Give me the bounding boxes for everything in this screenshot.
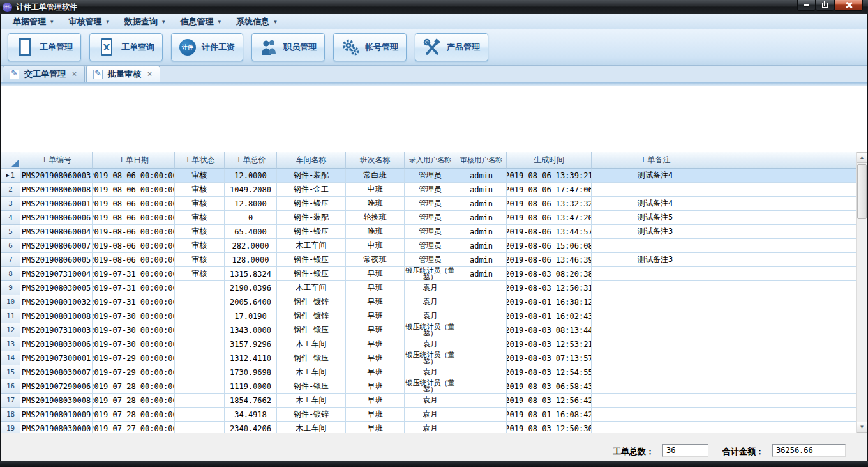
cell-audit_user bbox=[456, 408, 507, 422]
menu-item-4[interactable]: 信息管理▾ bbox=[173, 14, 229, 29]
menu-item-2[interactable]: 审核管理▾ bbox=[61, 14, 117, 29]
maximize-button[interactable] bbox=[816, 0, 834, 11]
column-header-date[interactable]: 工单日期 bbox=[93, 152, 175, 169]
cell-remark bbox=[592, 183, 719, 197]
scrollbar-thumb[interactable] bbox=[857, 164, 867, 219]
menu-item-label: 信息管理 bbox=[181, 16, 214, 27]
cell-remark bbox=[592, 267, 719, 281]
table-row[interactable]: 7PMS2019080600052019-08-06 00:00:00审核128… bbox=[1, 253, 856, 267]
cell-order_no: PMS201908060006 bbox=[20, 211, 93, 225]
table-row[interactable]: 16PMS2019072900062019-07-28 00:00:001119… bbox=[1, 379, 856, 394]
cell-order_no: PMS201908030007 bbox=[20, 365, 93, 379]
column-header-workshop[interactable]: 车间名称 bbox=[277, 152, 346, 169]
cell-remark bbox=[592, 281, 719, 295]
column-header-order_no[interactable]: 工单编号 bbox=[20, 152, 93, 169]
row-selector-header[interactable] bbox=[1, 152, 20, 169]
cell-total: 1854.7662 bbox=[225, 394, 277, 408]
toolbar-button-5[interactable]: 帐号管理 bbox=[333, 33, 407, 61]
table-row[interactable]: 4PMS2019080600062019-08-06 00:00:00审核0钢件… bbox=[1, 211, 856, 225]
table-row[interactable]: 2PMS2019080600082019-08-06 00:00:00审核104… bbox=[1, 183, 856, 197]
cell-audit_user bbox=[456, 394, 507, 408]
scroll-down-button[interactable]: ▼ bbox=[857, 422, 867, 433]
table-row[interactable]: 11PMS2019080100082019-07-30 00:00:0017.0… bbox=[1, 309, 856, 323]
cell-date: 2019-07-29 00:00:00 bbox=[93, 365, 175, 379]
row-number: 1 bbox=[11, 171, 15, 180]
column-header-audit_user[interactable]: 审核用户名称 bbox=[456, 152, 507, 169]
toolbar-button-label: 帐号管理 bbox=[365, 42, 398, 53]
tab-close-icon[interactable]: × bbox=[146, 70, 153, 79]
cell-total: 1315.8324 bbox=[225, 267, 277, 281]
cell-entry_user: 袁月 bbox=[405, 309, 456, 323]
table-row[interactable]: 10PMS2019080100322019-07-31 00:00:002005… bbox=[1, 295, 856, 309]
table-row[interactable]: 5PMS2019080600042019-08-06 00:00:00审核65.… bbox=[1, 225, 856, 239]
cell-audit_user: admin bbox=[456, 211, 507, 225]
column-header-total[interactable]: 工单总价 bbox=[225, 152, 277, 169]
table-row[interactable]: 3PMS2019080600012019-08-06 00:00:00审核12.… bbox=[1, 197, 856, 211]
cell-created: 2019-08-01 16:38:12 bbox=[507, 295, 592, 309]
cell-order_no: PMS201908010032 bbox=[20, 295, 93, 309]
cell-order_no: PMS201908030005 bbox=[20, 281, 93, 295]
cell-workshop: 钢件-锻压 bbox=[277, 267, 346, 281]
tab-2[interactable]: ✎批量审核× bbox=[86, 66, 160, 82]
toolbar-button-label: 计件工资 bbox=[202, 42, 235, 53]
vertical-scrollbar[interactable]: ▲ ▼ bbox=[856, 152, 867, 433]
cell-audit_user: admin bbox=[456, 253, 507, 267]
toolbar-button-6[interactable]: 产品管理 bbox=[415, 33, 488, 61]
column-header-created[interactable]: 生成时间 bbox=[507, 152, 592, 169]
cell-created: 2019-08-03 12:50:31 bbox=[507, 281, 592, 295]
cell-date: 2019-07-30 00:00:00 bbox=[93, 323, 175, 337]
cell-entry_user: 袁月 bbox=[405, 295, 456, 309]
row-number: 14 bbox=[6, 354, 15, 362]
row-number-cell: 5 bbox=[1, 225, 20, 239]
cell-created: 2019-08-01 16:08:42 bbox=[507, 408, 592, 422]
cell-workshop: 钢件-锻压 bbox=[277, 225, 346, 239]
toolbar-button-label: 职员管理 bbox=[283, 42, 317, 53]
table-row[interactable]: 17PMS2019080300082019-07-28 00:00:001854… bbox=[1, 394, 856, 408]
cell-order_no: PMS201908060001 bbox=[20, 197, 93, 211]
column-header-status[interactable]: 工单状态 bbox=[175, 152, 225, 169]
toolbar-button-3[interactable]: 计件计件工资 bbox=[171, 33, 243, 61]
table-row[interactable]: ▶1PMS2019080600032019-08-06 00:00:00审核12… bbox=[1, 169, 856, 183]
table-row[interactable]: 15PMS2019080300072019-07-29 00:00:001730… bbox=[1, 365, 856, 379]
table-row[interactable]: 6PMS2019080600072019-08-06 00:00:00审核282… bbox=[1, 239, 856, 253]
toolbar-button-4[interactable]: 职员管理 bbox=[251, 33, 325, 61]
menu-item-3[interactable]: 数据查询▾ bbox=[117, 14, 173, 29]
row-number-cell: 10 bbox=[1, 295, 20, 309]
row-number: 9 bbox=[8, 284, 13, 292]
cell-date: 2019-07-31 00:00:00 bbox=[93, 295, 175, 309]
cell-order_no: PMS201908060003 bbox=[20, 169, 93, 183]
table-row[interactable]: 18PMS2019080100092019-07-28 00:00:0034.4… bbox=[1, 408, 856, 422]
cell-created: 2019-08-06 15:06:08 bbox=[507, 239, 592, 253]
tab-close-icon[interactable]: × bbox=[71, 70, 78, 79]
minimize-button[interactable] bbox=[797, 0, 816, 11]
table-row[interactable]: 19PMS2019080300002019-07-27 00:00:002340… bbox=[1, 422, 856, 433]
table-header-row: 工单编号工单日期工单状态工单总价车间名称班次名称录入用户名称审核用户名称生成时间… bbox=[1, 152, 856, 169]
table-row[interactable]: 14PMS2019073000012019-07-29 00:00:001312… bbox=[1, 351, 856, 365]
cell-audit_user: admin bbox=[456, 239, 507, 253]
column-header-shift[interactable]: 班次名称 bbox=[346, 152, 405, 169]
cell-date: 2019-07-28 00:00:00 bbox=[93, 394, 175, 408]
cell-total: 12.0000 bbox=[225, 169, 277, 183]
table-row[interactable]: 12PMS2019073100032019-07-30 00:00:001343… bbox=[1, 323, 856, 337]
cell-workshop: 钢件-镀锌 bbox=[277, 295, 346, 309]
row-number: 10 bbox=[6, 298, 15, 306]
close-button[interactable] bbox=[834, 0, 863, 11]
menu-item-5[interactable]: 系统信息▾ bbox=[228, 14, 285, 29]
toolbar-button-2[interactable]: X工单查询 bbox=[89, 33, 163, 61]
scroll-up-button[interactable]: ▲ bbox=[857, 152, 867, 163]
column-header-remark[interactable]: 工单备注 bbox=[592, 152, 719, 169]
table-row[interactable]: 9PMS2019080300052019-07-31 00:00:002190.… bbox=[1, 281, 856, 295]
cell-shift: 早班 bbox=[346, 309, 405, 323]
column-header-entry_user[interactable]: 录入用户名称 bbox=[405, 152, 456, 169]
table-row[interactable]: 8PMS2019073100042019-07-31 00:00:00审核131… bbox=[1, 267, 856, 281]
tab-1[interactable]: ✎交工单管理× bbox=[3, 66, 85, 82]
menu-item-1[interactable]: 单据管理▾ bbox=[5, 14, 61, 29]
cell-audit_user bbox=[456, 337, 507, 351]
edit-icon: ✎ bbox=[10, 70, 19, 79]
cell-workshop: 木工车间 bbox=[277, 239, 346, 253]
cell-remark bbox=[592, 323, 719, 337]
toolbar-button-1[interactable]: 工单管理 bbox=[8, 33, 81, 61]
row-number-cell: 13 bbox=[1, 337, 20, 351]
cell-audit_user bbox=[456, 295, 507, 309]
table-row[interactable]: 13PMS2019080300062019-07-30 00:00:003157… bbox=[1, 337, 856, 351]
